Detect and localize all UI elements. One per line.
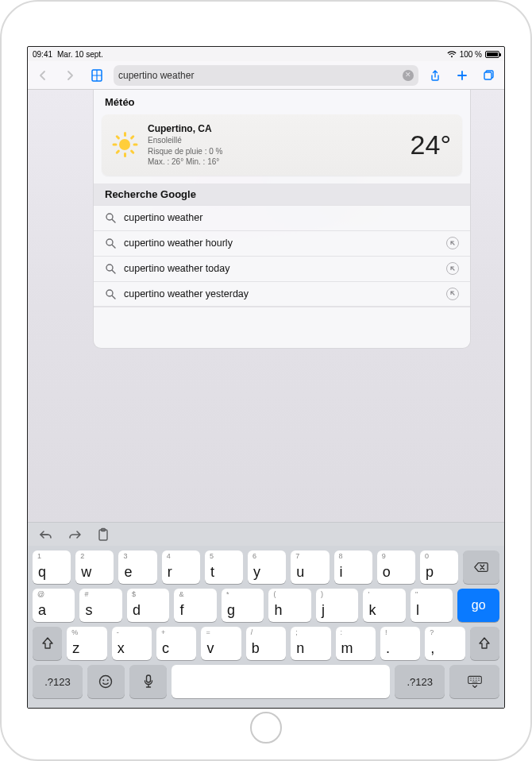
url-search-field[interactable]: cupertino weather ✕ xyxy=(114,65,418,86)
key-f[interactable]: &f xyxy=(174,589,216,622)
key-d[interactable]: $d xyxy=(127,589,169,622)
svg-point-9 xyxy=(103,679,105,681)
page-content: Météo Cupertino, CA xyxy=(28,90,504,522)
dictation-key[interactable] xyxy=(129,665,167,698)
shift-key-left[interactable] xyxy=(33,627,62,660)
google-section-header: Recherche Google xyxy=(94,183,470,205)
svg-point-10 xyxy=(107,679,109,681)
autocomplete-icon[interactable] xyxy=(446,237,459,249)
key-w[interactable]: 2w xyxy=(75,550,114,584)
key-l[interactable]: "l xyxy=(411,589,453,622)
svg-rect-1 xyxy=(484,72,492,79)
ipad-device: 09:41 Mar. 10 sept. 100 % xyxy=(0,0,532,761)
clipboard-button[interactable] xyxy=(94,526,112,543)
key-n[interactable]: ;n xyxy=(291,627,330,660)
suggestion-item[interactable]: cupertino weather hourly xyxy=(94,230,470,256)
svg-point-8 xyxy=(100,676,112,688)
battery-icon xyxy=(485,51,499,58)
key-q[interactable]: 1q xyxy=(33,550,71,584)
key-z[interactable]: %z xyxy=(67,627,106,660)
key-a[interactable]: @a xyxy=(33,589,75,622)
emoji-key[interactable] xyxy=(87,665,125,698)
key-p[interactable]: 0p xyxy=(420,550,458,584)
key-i[interactable]: 8i xyxy=(334,550,372,584)
key-x[interactable]: -x xyxy=(112,627,152,660)
key-t[interactable]: 5t xyxy=(205,550,243,584)
suggestion-label: cupertino weather yesterday xyxy=(124,288,249,299)
suggestion-item[interactable]: cupertino weather yesterday xyxy=(94,281,470,307)
key-,[interactable]: ?, xyxy=(425,627,465,660)
key-k[interactable]: 'k xyxy=(363,589,405,622)
weather-temperature: 24° xyxy=(411,129,451,160)
key-r[interactable]: 4r xyxy=(162,550,200,584)
svg-rect-11 xyxy=(146,675,150,682)
clear-search-icon[interactable]: ✕ xyxy=(403,70,414,81)
suggestion-label: cupertino weather hourly xyxy=(124,238,233,249)
search-icon xyxy=(105,263,116,274)
key-c[interactable]: +c xyxy=(156,627,196,660)
suggestion-item[interactable]: cupertino weather today xyxy=(94,256,470,281)
search-icon xyxy=(105,238,116,249)
suggestion-label: cupertino weather xyxy=(124,212,202,223)
key-v[interactable]: =v xyxy=(201,627,241,660)
key-j[interactable]: )j xyxy=(316,589,358,622)
undo-button[interactable] xyxy=(37,526,55,543)
keyboard-toolbar xyxy=(28,522,504,546)
key-.[interactable]: !. xyxy=(380,627,420,660)
key-b[interactable]: /b xyxy=(246,627,286,660)
shift-key-right[interactable] xyxy=(470,627,499,660)
numeric-key-right[interactable]: .?123 xyxy=(395,665,445,698)
search-icon xyxy=(105,212,116,223)
spacebar-key[interactable] xyxy=(172,665,390,698)
wifi-icon xyxy=(447,50,457,58)
key-e[interactable]: 3e xyxy=(118,550,156,584)
weather-range: Max. : 26° Min. : 16° xyxy=(148,156,223,168)
bookmarks-button[interactable] xyxy=(87,65,107,86)
weather-card[interactable]: Cupertino, CA Ensoleillé Risque de pluie… xyxy=(102,114,462,176)
suggestion-list: cupertino weather cupertino weather hour… xyxy=(94,205,470,307)
suggestion-bottom-gap xyxy=(94,307,470,348)
screen: 09:41 Mar. 10 sept. 100 % xyxy=(27,46,505,709)
status-time: 09:41 xyxy=(33,50,52,59)
browser-toolbar: cupertino weather ✕ xyxy=(28,61,504,90)
url-search-text: cupertino weather xyxy=(118,70,194,81)
weather-details: Cupertino, CA Ensoleillé Risque de pluie… xyxy=(148,122,223,168)
backspace-key[interactable] xyxy=(463,550,499,584)
share-button[interactable] xyxy=(425,65,445,86)
back-button[interactable] xyxy=(33,65,53,86)
autocomplete-icon[interactable] xyxy=(446,262,459,275)
home-button[interactable] xyxy=(250,712,282,744)
forward-button[interactable] xyxy=(60,65,80,86)
key-g[interactable]: *g xyxy=(222,589,264,622)
key-y[interactable]: 6y xyxy=(248,550,286,584)
weather-condition: Ensoleillé xyxy=(148,135,223,146)
go-key[interactable]: go xyxy=(457,589,499,622)
suggestion-item[interactable]: cupertino weather xyxy=(94,205,470,230)
keyboard: 1q2w3e4r5t6y7u8i9o0p @a#s$d&f*g(h)j'k"lg… xyxy=(28,546,504,708)
search-icon xyxy=(105,288,116,299)
autocomplete-icon[interactable] xyxy=(446,288,459,300)
tabs-button[interactable] xyxy=(479,65,499,86)
battery-percent: 100 % xyxy=(460,50,482,59)
key-o[interactable]: 9o xyxy=(377,550,415,584)
redo-button[interactable] xyxy=(66,526,83,543)
status-date: Mar. 10 sept. xyxy=(57,50,103,59)
key-h[interactable]: (h xyxy=(268,589,310,622)
key-u[interactable]: 7u xyxy=(291,550,329,584)
weather-section-header: Météo xyxy=(94,90,470,111)
key-m[interactable]: :m xyxy=(336,627,376,660)
weather-rain: Risque de pluie : 0 % xyxy=(148,146,223,157)
numeric-key-left[interactable]: .?123 xyxy=(33,665,83,698)
search-suggestions-panel: Météo Cupertino, CA xyxy=(93,90,471,349)
suggestion-label: cupertino weather today xyxy=(124,263,229,274)
new-tab-button[interactable] xyxy=(452,65,472,86)
sun-icon xyxy=(113,133,137,156)
status-bar: 09:41 Mar. 10 sept. 100 % xyxy=(28,47,504,61)
key-s[interactable]: #s xyxy=(79,589,121,622)
weather-location: Cupertino, CA xyxy=(148,122,223,135)
hide-keyboard-key[interactable] xyxy=(449,665,499,698)
